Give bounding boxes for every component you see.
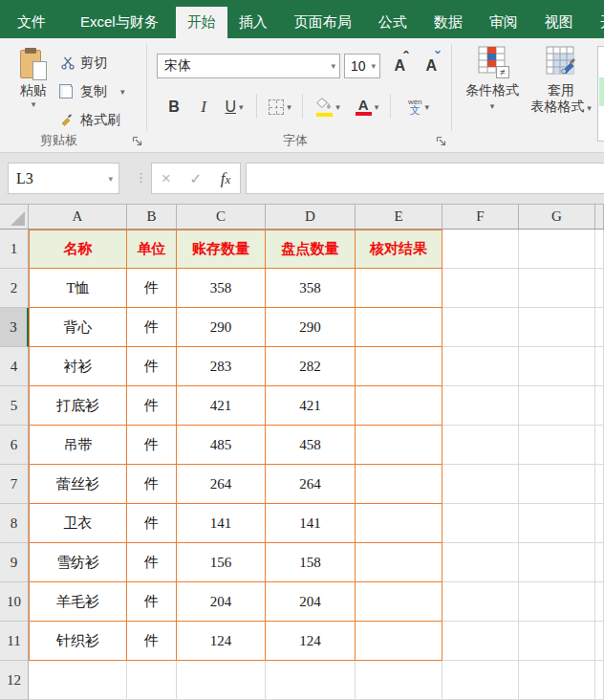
cell-A9[interactable]: 雪纺衫 [29, 543, 127, 582]
tab-formulas[interactable]: 公式 [367, 7, 419, 38]
italic-button[interactable]: I [193, 93, 214, 121]
row-header-4[interactable]: 4 [0, 347, 29, 386]
cell-G5[interactable] [519, 386, 595, 426]
borders-button[interactable]: ▾ [264, 93, 296, 121]
cell-E7[interactable] [356, 465, 442, 504]
row-header-8[interactable]: 8 [0, 504, 29, 543]
cell-F2[interactable] [442, 269, 519, 308]
tab-data[interactable]: 数据 [422, 7, 474, 38]
cell-H12[interactable] [595, 661, 604, 700]
font-color-dropdown-icon[interactable]: ▾ [375, 102, 379, 112]
shrink-font-button[interactable]: A ˇ [421, 54, 447, 78]
fill-color-button[interactable]: ▾ [310, 93, 346, 121]
cell-C4[interactable]: 283 [177, 347, 266, 386]
cell-D4[interactable]: 282 [266, 347, 356, 386]
cell-styles-gallery-partial[interactable] [597, 46, 604, 142]
format-as-table-dropdown-icon[interactable]: ▾ [587, 103, 592, 113]
cell-H6[interactable] [595, 426, 604, 465]
cell-D5[interactable]: 421 [266, 386, 356, 426]
tab-insert[interactable]: 插入 [227, 7, 279, 38]
cell-A2[interactable]: T恤 [29, 269, 127, 308]
row-header-10[interactable]: 10 [0, 582, 29, 622]
row-header-1[interactable]: 1 [0, 230, 29, 269]
cell-H3[interactable] [595, 308, 604, 347]
cancel-icon[interactable]: × [162, 169, 171, 188]
cell-E11[interactable] [356, 622, 442, 661]
cell-C6[interactable]: 485 [177, 426, 266, 465]
cell-H10[interactable] [595, 582, 604, 622]
column-header-D[interactable]: D [266, 205, 356, 229]
cell-G8[interactable] [519, 504, 595, 543]
font-color-button[interactable]: A ▾ [350, 93, 384, 121]
cell-H1[interactable] [595, 230, 604, 269]
cell-G4[interactable] [519, 347, 595, 386]
cell-G7[interactable] [519, 465, 595, 504]
column-header-F[interactable]: F [442, 205, 519, 229]
cell-A7[interactable]: 蕾丝衫 [29, 465, 127, 504]
cell-F6[interactable] [442, 426, 519, 465]
cell-F8[interactable] [442, 504, 519, 543]
tab-view[interactable]: 视图 [533, 7, 585, 38]
cell-D12[interactable] [266, 661, 356, 700]
tab-review[interactable]: 审阅 [478, 7, 529, 38]
select-all-corner[interactable] [0, 205, 29, 229]
font-dialog-launcher-icon[interactable] [436, 136, 447, 147]
font-size-dropdown-icon[interactable]: ▾ [367, 61, 379, 71]
conditional-formatting-button[interactable]: ≠ 条件格式 ▾ [457, 46, 528, 111]
bold-button[interactable]: B [162, 93, 185, 121]
cell-B11[interactable]: 件 [127, 622, 177, 661]
copy-dropdown-icon[interactable]: ▾ [120, 87, 125, 97]
column-header-A[interactable]: A [29, 205, 127, 229]
cell-H4[interactable] [595, 347, 604, 386]
cell-A5[interactable]: 打底衫 [29, 386, 127, 426]
cell-B12[interactable] [127, 661, 177, 700]
cell-A4[interactable]: 衬衫 [29, 347, 127, 386]
cell-F10[interactable] [442, 582, 519, 622]
cell-F7[interactable] [442, 465, 519, 504]
column-header-G[interactable]: G [519, 205, 595, 229]
underline-button[interactable]: U ▾ [218, 93, 250, 121]
name-box[interactable]: L3 ▾ [8, 163, 119, 194]
cell-G1[interactable] [519, 230, 595, 269]
format-painter-button[interactable]: 格式刷 [59, 109, 120, 132]
cell-C2[interactable]: 358 [177, 269, 266, 308]
paste-dropdown-icon[interactable]: ▾ [11, 99, 55, 109]
cell-B5[interactable]: 件 [127, 386, 177, 426]
cell-B3[interactable]: 件 [127, 308, 177, 347]
font-size-combo[interactable]: 10 ▾ [344, 54, 380, 78]
cell-D7[interactable]: 264 [266, 465, 356, 504]
cell-A6[interactable]: 吊带 [29, 426, 127, 465]
cell-C11[interactable]: 124 [177, 622, 266, 661]
cell-F9[interactable] [442, 543, 519, 582]
cell-E5[interactable] [356, 386, 442, 426]
cell-F4[interactable] [442, 347, 519, 386]
cell-B1[interactable]: 单位 [127, 230, 177, 269]
formula-bar-grip-icon[interactable]: ⋮ [135, 170, 147, 185]
tab-developer-partial[interactable]: 开 [589, 7, 604, 38]
cell-A11[interactable]: 针织衫 [29, 622, 127, 661]
cell-B10[interactable]: 件 [127, 582, 177, 622]
tab-page-layout[interactable]: 页面布局 [283, 7, 363, 38]
row-header-3[interactable]: 3 [0, 308, 29, 347]
cell-C12[interactable] [177, 661, 266, 700]
cell-D2[interactable]: 358 [266, 269, 356, 308]
cell-C10[interactable]: 204 [177, 582, 266, 622]
font-name-combo[interactable]: 宋体 ▾ [157, 54, 340, 78]
cell-B9[interactable]: 件 [127, 543, 177, 582]
row-header-9[interactable]: 9 [0, 543, 29, 582]
cell-E6[interactable] [356, 426, 442, 465]
cell-D6[interactable]: 458 [266, 426, 356, 465]
insert-function-icon[interactable]: fx [221, 169, 231, 188]
column-header-B[interactable]: B [127, 205, 177, 229]
cell-H8[interactable] [595, 504, 604, 543]
row-header-12[interactable]: 12 [0, 661, 29, 700]
column-header-E[interactable]: E [356, 205, 442, 229]
cell-F3[interactable] [442, 308, 519, 347]
enter-icon[interactable]: ✓ [189, 170, 202, 187]
column-header-partial[interactable] [595, 205, 604, 229]
cell-H9[interactable] [595, 543, 604, 582]
cell-A12[interactable] [29, 661, 127, 700]
cell-G9[interactable] [519, 543, 595, 582]
cell-C5[interactable]: 421 [177, 386, 266, 426]
cell-D3[interactable]: 290 [266, 308, 356, 347]
